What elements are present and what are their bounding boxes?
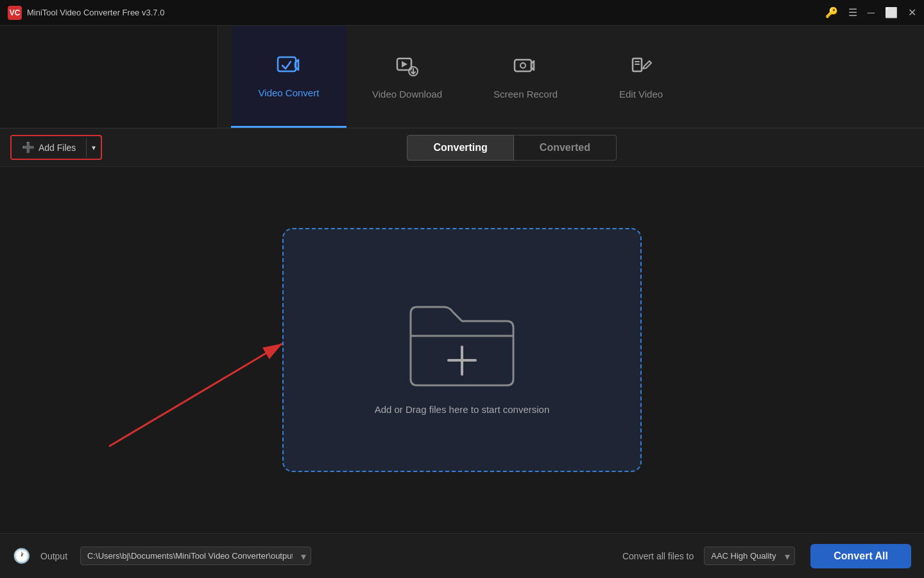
bottom-bar: 🕐 Output C:\Users\bj\Documents\MiniTool … <box>0 533 924 578</box>
edit-video-icon <box>629 55 653 82</box>
drop-zone[interactable]: Add or Drag files here to start conversi… <box>282 228 642 472</box>
format-select-wrapper: AAC High Quality <box>704 547 795 565</box>
tab-screen-record-label: Screen Record <box>493 89 558 100</box>
arrow-icon <box>103 324 308 453</box>
minimize-btn[interactable]: ─ <box>868 7 875 19</box>
drop-zone-hint: Add or Drag files here to start conversi… <box>375 404 550 415</box>
converting-tabs: Converting Converted <box>407 135 617 161</box>
output-label: Output <box>40 551 67 561</box>
nav-bar: Video Convert Video Download <box>0 26 924 128</box>
add-files-dropdown-btn[interactable]: ▾ <box>86 138 101 157</box>
add-files-button[interactable]: ➕ Add Files <box>12 136 86 159</box>
video-convert-icon <box>277 53 301 81</box>
main-content: Add or Drag files here to start conversi… <box>0 167 924 533</box>
title-controls: 🔑 ☰ ─ ⬜ ✕ <box>825 6 916 19</box>
convert-all-files-label: Convert all files to <box>622 551 694 561</box>
tab-edit-video-label: Edit Video <box>619 89 663 100</box>
format-select[interactable]: AAC High Quality <box>704 547 795 565</box>
key-icon-btn[interactable]: 🔑 <box>825 6 838 19</box>
title-bar: VC MiniTool Video Converter Free v3.7.0 … <box>0 0 924 26</box>
svg-line-13 <box>109 344 282 446</box>
converted-tab[interactable]: Converted <box>514 135 617 161</box>
tab-video-convert-label: Video Convert <box>259 87 320 98</box>
convert-all-button[interactable]: Convert All <box>810 544 911 568</box>
tab-video-download[interactable]: Video Download <box>346 26 468 128</box>
svg-marker-7 <box>531 61 534 70</box>
menu-icon-btn[interactable]: ☰ <box>848 6 857 19</box>
add-files-group: ➕ Add Files ▾ <box>10 135 102 160</box>
app-logo: VC <box>8 6 22 20</box>
toolbar: ➕ Add Files ▾ Converting Converted <box>0 128 924 167</box>
close-btn[interactable]: ✕ <box>908 6 916 19</box>
output-path-wrapper: C:\Users\bj\Documents\MiniTool Video Con… <box>80 547 311 565</box>
svg-marker-5 <box>402 61 407 67</box>
tab-video-convert[interactable]: Video Convert <box>231 26 346 128</box>
svg-point-8 <box>520 63 526 68</box>
svg-rect-0 <box>278 57 296 71</box>
title-left: VC MiniTool Video Converter Free v3.7.0 <box>8 6 164 20</box>
output-path-select[interactable]: C:\Users\bj\Documents\MiniTool Video Con… <box>80 547 311 565</box>
svg-rect-6 <box>515 60 531 71</box>
converting-tab[interactable]: Converting <box>407 135 513 161</box>
maximize-btn[interactable]: ⬜ <box>885 6 898 19</box>
sidebar-left <box>0 26 218 128</box>
video-download-icon <box>395 55 419 82</box>
plus-icon: ➕ <box>22 141 35 153</box>
tab-video-download-label: Video Download <box>372 89 442 100</box>
screen-record-icon <box>513 55 538 82</box>
clock-icon: 🕐 <box>13 548 30 565</box>
nav-tabs: Video Convert Video Download <box>218 26 924 128</box>
tab-screen-record[interactable]: Screen Record <box>468 26 583 128</box>
tab-edit-video[interactable]: Edit Video <box>583 26 699 128</box>
app-title: MiniTool Video Converter Free v3.7.0 <box>27 8 164 17</box>
folder-add-icon <box>398 286 526 389</box>
